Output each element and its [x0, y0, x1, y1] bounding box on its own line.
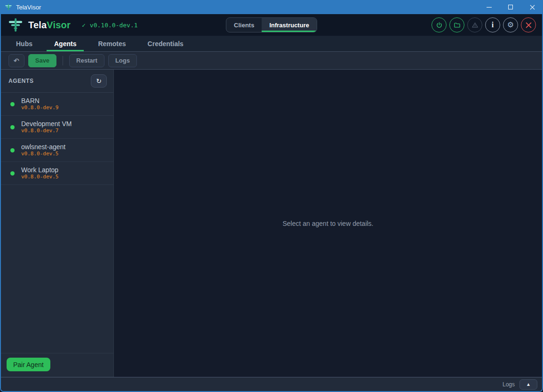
agent-name: Work Laptop: [21, 166, 58, 174]
toggle-infrastructure[interactable]: Infrastructure: [262, 18, 317, 32]
folder-icon: [454, 22, 461, 29]
detail-panel: Select an agent to view details.: [114, 70, 542, 377]
app-logo-icon: [5, 3, 12, 11]
pair-agent-button[interactable]: Pair Agent: [7, 358, 50, 371]
section-tabs: Hubs Agents Remotes Credentials: [1, 36, 542, 52]
power-icon: [436, 22, 443, 29]
agent-name: owlsnest-agent: [21, 143, 65, 151]
maximize-button[interactable]: [500, 0, 521, 14]
toolbar: ↶ Save Restart Logs: [1, 52, 542, 70]
brand-logo-icon: [8, 17, 24, 33]
agent-status-dot: [10, 171, 15, 176]
agent-name: Development VM: [21, 120, 72, 128]
warning-icon: [471, 22, 479, 29]
tab-remotes[interactable]: Remotes: [90, 36, 133, 51]
agent-list-item-barn[interactable]: BARN v0.8.0-dev.9: [1, 93, 113, 116]
agent-list: BARN v0.8.0-dev.9 Development VM v0.8.0-…: [1, 93, 113, 353]
triangle-up-icon: ▲: [526, 382, 531, 387]
agent-list-item-owlsnest-agent[interactable]: owlsnest-agent v0.8.0-dev.5: [1, 139, 113, 162]
folder-button[interactable]: [449, 17, 464, 32]
settings-icon: ⚙: [507, 21, 514, 29]
power-button[interactable]: [431, 17, 447, 32]
restart-button[interactable]: Restart: [69, 54, 104, 67]
app-version: ✓ v0.10.0-dev.1: [82, 22, 138, 29]
brand: TelaVisor ✓ v0.10.0-dev.1: [1, 17, 138, 33]
window-close-icon: [530, 5, 535, 10]
agent-status-dot: [10, 125, 15, 129]
app-window: TelaVisor TelaVisor: [0, 0, 543, 392]
app-header: TelaVisor ✓ v0.10.0-dev.1 Clients Infras…: [1, 14, 542, 36]
agent-version: v0.8.0-dev.5: [21, 174, 58, 180]
refresh-icon: ↻: [96, 77, 102, 85]
info-icon: i: [492, 21, 494, 29]
window-close-button[interactable]: [521, 0, 543, 14]
sidebar-header: AGENTS ↻: [1, 70, 113, 93]
maximize-icon: [508, 5, 513, 9]
save-button[interactable]: Save: [28, 54, 56, 67]
toolbar-divider: [63, 56, 63, 65]
empty-state-message: Select an agent to view details.: [282, 220, 373, 227]
tab-hubs[interactable]: Hubs: [8, 36, 40, 51]
minimize-icon: [487, 7, 492, 8]
version-label: v0.10.0-dev.1: [90, 22, 138, 29]
header-actions: i ⚙: [431, 17, 542, 32]
tab-agents[interactable]: Agents: [47, 36, 84, 51]
agent-status-dot: [10, 148, 15, 152]
refresh-agents-button[interactable]: ↻: [91, 74, 107, 88]
info-button[interactable]: i: [485, 17, 500, 32]
check-icon: ✓: [82, 22, 86, 29]
undo-icon: ↶: [14, 57, 19, 64]
minimize-button[interactable]: [478, 0, 500, 14]
agent-list-item-work-laptop[interactable]: Work Laptop v0.8.0-dev.5: [1, 162, 113, 185]
sidebar-footer: Pair Agent: [1, 353, 113, 377]
logs-button[interactable]: Logs: [108, 54, 137, 67]
agents-sidebar: AGENTS ↻ BARN v0.8.0-dev.9 Development V…: [1, 70, 114, 377]
sidebar-title: AGENTS: [8, 78, 34, 84]
window-title: TelaVisor: [16, 4, 41, 11]
agent-version: v0.8.0-dev.5: [21, 151, 65, 157]
titlebar: TelaVisor: [0, 0, 543, 14]
toggle-clients[interactable]: Clients: [226, 18, 262, 32]
brand-name: TelaVisor: [28, 20, 71, 31]
agent-list-item-development-vm[interactable]: Development VM v0.8.0-dev.7: [1, 116, 113, 139]
tab-credentials[interactable]: Credentials: [140, 36, 191, 51]
statusbar: Logs ▲: [1, 377, 542, 391]
agent-version: v0.8.0-dev.7: [21, 128, 72, 134]
agent-name: BARN: [21, 97, 58, 104]
undo-button[interactable]: ↶: [8, 54, 24, 67]
statusbar-logs-label: Logs: [503, 381, 515, 388]
agent-version: v0.8.0-dev.9: [21, 104, 58, 111]
mode-toggle: Clients Infrastructure: [226, 17, 317, 32]
app-close-button[interactable]: [521, 17, 536, 32]
app-close-icon: [526, 22, 532, 28]
expand-logs-button[interactable]: ▲: [519, 379, 537, 390]
settings-button[interactable]: ⚙: [503, 17, 518, 32]
agent-status-dot: [10, 102, 15, 106]
content: AGENTS ↻ BARN v0.8.0-dev.9 Development V…: [1, 70, 542, 377]
warnings-button[interactable]: [467, 17, 482, 32]
